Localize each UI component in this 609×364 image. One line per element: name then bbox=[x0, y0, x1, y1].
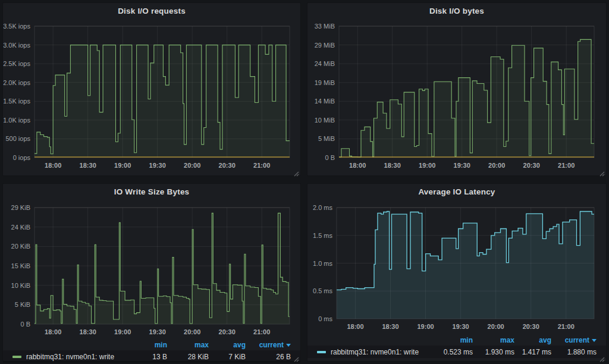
chart-disk-io-requests[interactable]: 0 iops500 iops1.0K iops1.5K iops2.0K iop… bbox=[3, 18, 300, 173]
legend-value-avg: 1.417 ms bbox=[514, 348, 551, 356]
panel-resize-handle[interactable] bbox=[293, 168, 299, 174]
x-axis-tick-label: 18:30 bbox=[75, 329, 101, 335]
y-axis-tick-label: 1.0 ms bbox=[307, 261, 332, 267]
sort-desc-icon bbox=[592, 339, 597, 342]
dashboard-grid: Disk I/O requests 0 iops500 iops1.0K iop… bbox=[0, 0, 609, 364]
y-axis-tick-label: 10 KiB bbox=[3, 283, 30, 289]
x-axis-tick-label: 18:30 bbox=[75, 162, 101, 169]
x-axis-tick-label: 21:00 bbox=[553, 162, 579, 169]
y-axis-tick-label: 1.5 ms bbox=[307, 233, 332, 239]
x-axis-tick-label: 20:30 bbox=[519, 162, 545, 169]
y-axis-tick-label: 2.0 ms bbox=[307, 205, 332, 211]
legend-header-max[interactable]: max bbox=[167, 341, 209, 349]
x-axis-tick-label: 21:00 bbox=[249, 329, 275, 335]
x-axis-tick-label: 20:00 bbox=[484, 162, 510, 169]
y-axis-tick-label: 0 ms bbox=[307, 316, 332, 322]
legend-header-avg[interactable]: avg bbox=[514, 336, 551, 344]
panel-title[interactable]: Disk I/O bytes bbox=[429, 7, 484, 15]
series-color-swatch[interactable] bbox=[12, 356, 21, 358]
legend-header-avg[interactable]: avg bbox=[209, 341, 246, 349]
y-axis-tick-label: 14 MiB bbox=[307, 98, 335, 105]
panel-header: Disk I/O bytes bbox=[307, 3, 606, 18]
legend-header-current-label: current bbox=[565, 336, 589, 344]
y-axis-tick-label: 2.0K iops bbox=[3, 80, 30, 86]
x-axis-tick-label: 21:00 bbox=[249, 162, 275, 169]
y-axis-tick-label: 3.5K iops bbox=[3, 23, 30, 30]
panel-header: Average IO Latency bbox=[307, 184, 606, 199]
y-axis-tick-label: 0 B bbox=[307, 155, 335, 161]
legend-series[interactable]: rabbitmq31: nvme0n1: write bbox=[12, 353, 121, 361]
x-axis-tick-label: 19:00 bbox=[413, 324, 439, 330]
x-axis-tick-label: 20:30 bbox=[518, 324, 544, 330]
resize-icon bbox=[293, 171, 299, 177]
y-axis-tick-label: 10 MiB bbox=[307, 117, 335, 124]
x-axis-tick-label: 19:30 bbox=[449, 162, 475, 169]
series-color-swatch[interactable] bbox=[317, 351, 326, 353]
x-axis-tick-label: 20:00 bbox=[179, 162, 205, 169]
y-axis-tick-label: 19 MiB bbox=[307, 80, 335, 86]
legend: min max avg current rabbitmq31: nvme0n1:… bbox=[3, 340, 300, 364]
panel-title[interactable]: IO Write Size Bytes bbox=[114, 187, 190, 196]
y-axis-tick-label: 3.0K iops bbox=[3, 42, 30, 49]
y-axis-tick-label: 24 MiB bbox=[307, 61, 335, 67]
x-axis-tick-label: 19:30 bbox=[145, 162, 171, 169]
legend-value-min: 13 B bbox=[121, 353, 167, 361]
x-axis-tick-label: 19:30 bbox=[145, 329, 171, 335]
resize-icon bbox=[599, 171, 605, 177]
legend-series-row: rabbitmq31: nvme0n1: write 13 B 28 KiB 7… bbox=[3, 350, 300, 363]
resize-icon bbox=[599, 356, 605, 362]
x-axis-tick-label: 18:00 bbox=[40, 329, 66, 335]
y-axis-tick-label: 20 KiB bbox=[3, 243, 30, 250]
legend-series-name[interactable]: rabbitmq31: nvme0n1: write bbox=[331, 348, 419, 356]
chart-disk-io-bytes[interactable]: 0 B5 MiB10 MiB14 MiB19 MiB24 MiB29 MiB33… bbox=[307, 18, 606, 173]
x-axis-tick-label: 18:30 bbox=[378, 324, 404, 330]
legend-header-current-label: current bbox=[259, 341, 284, 349]
x-axis-tick-label: 19:00 bbox=[109, 162, 136, 169]
legend-series[interactable]: rabbitmq31: nvme0n1: write bbox=[317, 348, 426, 356]
y-axis-tick-label: 5 MiB bbox=[307, 136, 335, 142]
x-axis-tick-label: 20:00 bbox=[483, 324, 509, 330]
y-axis-tick-label: 33 MiB bbox=[307, 23, 335, 30]
y-axis-tick-label: 2.5K iops bbox=[3, 61, 30, 67]
x-axis-tick-label: 18:00 bbox=[344, 162, 371, 169]
x-axis-tick-label: 20:30 bbox=[214, 162, 240, 169]
panel-resize-handle[interactable] bbox=[599, 168, 605, 174]
x-axis-tick-label: 19:00 bbox=[414, 162, 440, 169]
y-axis-tick-label: 5 KiB bbox=[3, 302, 30, 308]
legend-header-max[interactable]: max bbox=[473, 336, 514, 344]
legend-value-current: 26 B bbox=[246, 353, 291, 361]
x-axis-tick-label: 18:00 bbox=[40, 162, 66, 169]
y-axis-tick-label: 1.0K iops bbox=[3, 117, 30, 124]
legend-value-max: 1.930 ms bbox=[473, 348, 514, 356]
legend-header-row: min max avg current bbox=[3, 340, 300, 350]
legend-header-current[interactable]: current bbox=[246, 341, 291, 349]
legend-header-min[interactable]: min bbox=[121, 341, 167, 349]
legend-series-row: rabbitmq31: nvme0n1: write 0.523 ms 1.93… bbox=[307, 346, 606, 358]
legend-series-name[interactable]: rabbitmq31: nvme0n1: write bbox=[26, 353, 114, 361]
x-axis-tick-label: 18:00 bbox=[342, 324, 368, 330]
legend-header-min[interactable]: min bbox=[426, 336, 473, 344]
legend-value-min: 0.523 ms bbox=[426, 348, 473, 356]
chart-io-write-size-bytes[interactable]: 0 B5 KiB10 KiB15 KiB20 KiB24 KiB29 KiB18… bbox=[3, 199, 300, 340]
x-axis-tick-label: 19:00 bbox=[109, 329, 136, 335]
y-axis-tick-label: 29 KiB bbox=[3, 205, 30, 211]
panel-disk-io-requests: Disk I/O requests 0 iops500 iops1.0K iop… bbox=[2, 2, 301, 176]
x-axis-tick-label: 20:00 bbox=[179, 329, 205, 335]
y-axis-tick-label: 0 B bbox=[3, 321, 30, 328]
y-axis-tick-label: 0 iops bbox=[3, 155, 30, 161]
legend-header-current[interactable]: current bbox=[551, 336, 597, 344]
resize-icon bbox=[293, 356, 299, 362]
legend-header-row: min max avg current bbox=[307, 335, 606, 346]
panel-average-io-latency: Average IO Latency 0 ms0.5 ms1.0 ms1.5 m… bbox=[307, 183, 607, 362]
y-axis-tick-label: 0.5 ms bbox=[307, 288, 332, 294]
legend-value-avg: 7 KiB bbox=[209, 353, 246, 361]
panel-title[interactable]: Average IO Latency bbox=[418, 187, 495, 196]
x-axis-tick-label: 18:30 bbox=[379, 162, 406, 169]
panel-title[interactable]: Disk I/O requests bbox=[118, 7, 186, 15]
panel-header: IO Write Size Bytes bbox=[3, 184, 300, 199]
panel-resize-handle[interactable] bbox=[599, 354, 605, 360]
y-axis-tick-label: 500 iops bbox=[3, 136, 30, 142]
chart-average-io-latency[interactable]: 0 ms0.5 ms1.0 ms1.5 ms2.0 ms18:0018:3019… bbox=[307, 199, 606, 334]
panel-resize-handle[interactable] bbox=[293, 354, 299, 360]
y-axis-tick-label: 15 KiB bbox=[3, 263, 30, 269]
